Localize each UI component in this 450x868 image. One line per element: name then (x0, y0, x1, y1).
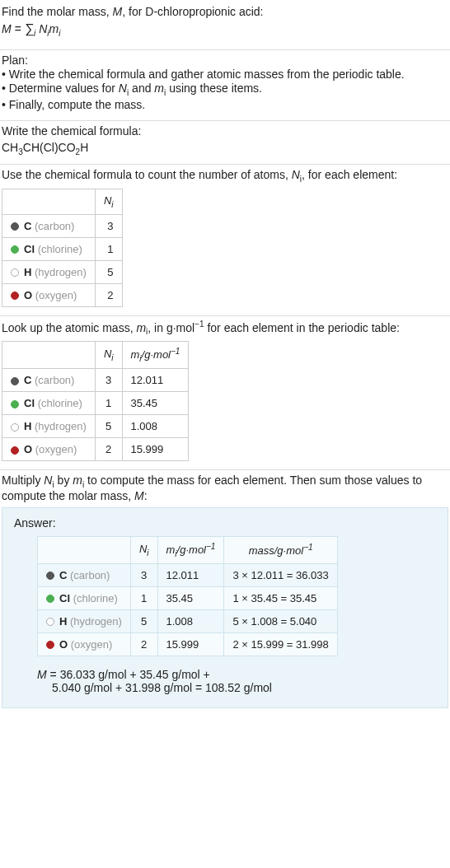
table-row: Cl (chlorine)135.451 × 35.45 = 35.45 (38, 586, 338, 609)
element-name: (hydrogen) (35, 266, 87, 278)
plan-item-2: • Determine values for Ni and mi using t… (2, 82, 448, 97)
element-dot-icon (11, 268, 19, 277)
m-header: mi/g·mol−1 (157, 536, 224, 563)
mass-table: Ni mi/g·mol−1 C (carbon)312.011Cl (chlor… (2, 341, 189, 461)
element-cell: H (hydrogen) (38, 609, 131, 632)
element-symbol: Cl (24, 397, 35, 409)
chemical-formula: CH3CH(Cl)CO2H (2, 141, 448, 156)
table-row: H (hydrogen)51.0085 × 1.008 = 5.040 (38, 609, 338, 632)
element-symbol: C (24, 374, 31, 386)
table-row: O (oxygen)215.9992 × 15.999 = 31.998 (38, 632, 338, 656)
table-row: C (carbon)312.0113 × 12.011 = 36.033 (38, 563, 338, 586)
intro-line: Find the molar mass, M, for D-chloroprop… (2, 5, 448, 18)
element-symbol: H (24, 266, 31, 278)
element-symbol: Cl (24, 243, 35, 255)
element-dot-icon (11, 446, 19, 455)
plan-item-1: • Write the chemical formula and gather … (2, 68, 448, 81)
element-name: (chlorine) (73, 592, 118, 604)
empty-header (2, 189, 96, 215)
table-row: Cl (chlorine)1 (2, 237, 123, 260)
element-name: (oxygen) (35, 443, 77, 455)
multiply-heading: Multiply Ni by mi to compute the mass fo… (2, 474, 448, 502)
empty-header (38, 536, 131, 563)
table-header-row: Ni (2, 189, 123, 215)
element-cell: C (carbon) (2, 369, 96, 392)
element-cell: C (carbon) (2, 214, 96, 237)
mass-section: Look up the atomic mass, mi, in g·mol−1 … (0, 316, 450, 470)
intro-section: Find the molar mass, M, for D-chloroprop… (0, 0, 450, 50)
table-row: Cl (chlorine)135.45 (2, 392, 189, 415)
element-cell: Cl (chlorine) (38, 586, 131, 609)
m-value: 1.008 (157, 609, 224, 632)
element-name: (hydrogen) (35, 420, 87, 432)
mass-value: 2 × 15.999 = 31.998 (224, 632, 337, 656)
n-value: 5 (95, 415, 122, 438)
n-value: 2 (95, 438, 122, 461)
element-name: (oxygen) (35, 289, 77, 301)
element-dot-icon (11, 377, 19, 385)
mass-heading: Look up the atomic mass, mi, in g·mol−1 … (2, 320, 448, 336)
element-symbol: H (24, 420, 31, 432)
m-value: 12.011 (122, 369, 189, 392)
m-value: 15.999 (122, 438, 189, 461)
mass-value: 3 × 12.011 = 36.033 (224, 563, 337, 586)
plan-heading: Plan: (2, 54, 448, 67)
element-name: (carbon) (70, 569, 110, 581)
n-value: 3 (130, 563, 157, 586)
element-dot-icon (46, 595, 54, 603)
element-dot-icon (46, 618, 54, 626)
element-cell: H (hydrogen) (2, 415, 96, 438)
element-name: (chlorine) (38, 397, 82, 409)
answer-box: Answer: Ni mi/g·mol−1 mass/g·mol−1 C (ca… (2, 507, 448, 708)
empty-header (2, 342, 96, 369)
n-value: 2 (95, 283, 122, 306)
element-symbol: O (59, 638, 68, 651)
chemical-formula-section: Write the chemical formula: CH3CH(Cl)CO2… (0, 121, 450, 166)
count-table: Ni C (carbon)3Cl (chlorine)1H (hydrogen)… (2, 189, 123, 307)
table-header-row: Ni mi/g·mol−1 mass/g·mol−1 (38, 536, 338, 563)
element-cell: O (oxygen) (2, 283, 96, 306)
n-value: 3 (95, 214, 122, 237)
result-line-1: M = 36.033 g/mol + 35.45 g/mol + (37, 668, 436, 681)
plan-section: Plan: • Write the chemical formula and g… (0, 50, 450, 121)
table-header-row: Ni mi/g·mol−1 (2, 342, 189, 369)
element-symbol: H (59, 615, 67, 628)
multiply-section: Multiply Ni by mi to compute the mass fo… (0, 470, 450, 716)
molar-mass-formula: M = ∑i Nimi (2, 21, 448, 38)
element-dot-icon (11, 222, 19, 231)
element-name: (carbon) (35, 220, 74, 232)
m-value: 1.008 (122, 415, 189, 438)
m-value: 35.45 (122, 392, 189, 415)
element-symbol: C (59, 569, 67, 581)
table-row: H (hydrogen)5 (2, 260, 123, 283)
n-value: 2 (130, 632, 157, 656)
element-cell: O (oxygen) (38, 632, 131, 656)
table-row: C (carbon)3 (2, 214, 123, 237)
element-symbol: C (24, 220, 31, 232)
n-header: Ni (130, 536, 157, 563)
m-value: 35.45 (157, 586, 224, 609)
n-value: 3 (95, 369, 122, 392)
mass-value: 1 × 35.45 = 35.45 (224, 586, 337, 609)
chem-heading: Write the chemical formula: (2, 124, 448, 138)
plan-item-3: • Finally, compute the mass. (2, 98, 448, 111)
n-value: 5 (95, 260, 122, 283)
element-name: (carbon) (35, 374, 74, 386)
element-cell: H (hydrogen) (2, 260, 96, 283)
element-name: (chlorine) (38, 243, 82, 255)
intro-M: M (113, 5, 123, 18)
mass-header: mass/g·mol−1 (224, 536, 337, 563)
table-row: H (hydrogen)51.008 (2, 415, 189, 438)
m-header: mi/g·mol−1 (122, 342, 189, 369)
element-cell: Cl (chlorine) (2, 392, 96, 415)
n-header: Ni (95, 189, 122, 215)
count-section: Use the chemical formula to count the nu… (0, 165, 450, 315)
table-row: C (carbon)312.011 (2, 369, 189, 392)
element-dot-icon (11, 423, 19, 432)
element-symbol: Cl (59, 592, 70, 604)
intro-text-c: , for D-chloropropionic acid: (122, 5, 263, 18)
answer-table: Ni mi/g·mol−1 mass/g·mol−1 C (carbon)312… (37, 536, 338, 656)
element-dot-icon (46, 572, 54, 580)
element-cell: Cl (chlorine) (2, 237, 96, 260)
mass-value: 5 × 1.008 = 5.040 (224, 609, 337, 632)
